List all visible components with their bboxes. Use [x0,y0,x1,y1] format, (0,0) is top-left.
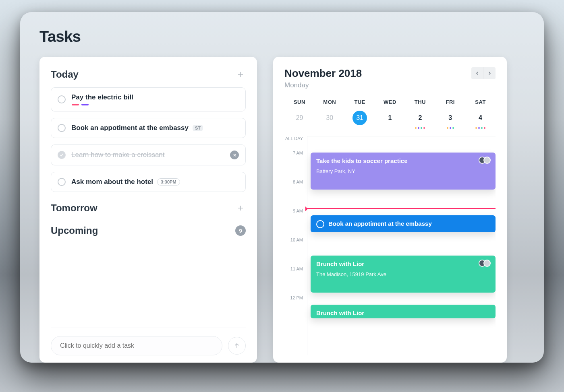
event-attendees [481,260,491,267]
task-title: Learn how to make a croissant [71,151,165,159]
task-row[interactable]: Book an appotiment at the embassyST [51,118,246,138]
event-title: Brunch with Lior [316,309,490,316]
plus-icon [237,204,244,212]
hour-label: 12 PM [284,295,307,324]
tag-dot [72,104,79,105]
avatar [483,157,491,164]
indicator-dot [415,127,417,129]
calendar-panel: November 2018 Monday SUNMONTUEWEDTHUFRIS… [273,57,507,363]
calendar-prev-button[interactable] [471,67,483,79]
hour-label: ALL DAY [284,136,307,151]
weekday-label: MON [315,99,345,105]
task-title: Ask mom about the hotel [71,178,153,186]
schedule: ALL DAY7 AM8 AM9 AM10 AM11 AM12 PM Take … [284,136,496,355]
date-cell[interactable]: 3 [435,111,465,129]
quick-add-input[interactable] [51,336,222,355]
task-title: Pay the electric bill [71,93,133,101]
date-number: 3 [443,111,458,125]
task-checkbox[interactable] [58,178,66,186]
hour-label: 9 AM [284,208,307,237]
date-number: 1 [383,111,397,125]
weekday-row: SUNMONTUEWEDTHUFRISAT [284,99,496,105]
task-title: Book an appotiment at the embassy [71,124,189,132]
quick-add-submit-button[interactable] [228,337,246,355]
weekday-label: THU [405,99,435,105]
date-number: 2 [413,111,427,125]
dates-row: 2930311234 [284,111,496,129]
indicator-dot [481,127,483,129]
indicator-dot [421,127,422,129]
task-checkbox[interactable] [58,95,66,103]
section-header-upcoming: Upcoming 9 [51,225,246,236]
weekday-label: SAT [465,99,496,105]
close-icon [232,153,237,157]
calendar-header: November 2018 Monday [284,67,496,89]
section-header-today: Today [51,69,246,80]
indicator-dot [450,127,451,129]
calendar-subtitle: Monday [284,81,362,89]
indicator-dot [478,127,480,129]
weekday-label: FRI [435,99,465,105]
date-cell[interactable]: 31 [345,111,375,129]
today-task-list: Pay the electric billBook an appotiment … [51,87,246,198]
event-title: Take the kids to soccer practice [316,157,490,164]
indicator-dot [452,127,454,129]
quick-add-row [51,328,246,355]
task-badge: ST [193,125,203,131]
current-time-indicator [307,208,496,209]
indicator-dot [423,127,425,129]
add-task-today-button[interactable] [235,69,246,80]
date-indicator-dots [475,127,485,129]
task-time-chip: 3:30PM [157,178,180,186]
date-cell[interactable]: 30 [315,111,345,129]
date-number: 30 [322,111,337,125]
event-attendees [481,157,491,164]
delete-task-button[interactable] [230,151,239,159]
tag-dot [81,104,89,105]
date-cell[interactable]: 29 [284,111,315,129]
date-indicator-dots [415,127,425,129]
event-location: The Madison, 15919 Park Ave [316,271,490,277]
app-title: Tasks [39,28,525,45]
task-row[interactable]: Learn how to make a croissant [51,144,246,165]
task-tags [71,104,239,105]
indicator-dot [447,127,448,129]
calendar-event[interactable]: Brunch with LiorThe Madison, 15919 Park … [311,256,496,293]
calendar-event[interactable]: Take the kids to soccer practiceBattery … [311,153,496,190]
chevron-left-icon [475,71,480,76]
add-task-tomorrow-button[interactable] [235,203,246,213]
calendar-next-button[interactable] [483,67,496,79]
check-icon [59,153,64,157]
upcoming-count-badge: 9 [235,225,246,236]
task-checkbox[interactable] [58,151,66,159]
calendar-event[interactable]: Book an appotiment at the embassy [311,215,496,232]
section-header-tomorrow: Tomorrow [51,202,246,214]
date-cell[interactable]: 4 [465,111,496,129]
calendar-title: November 2018 [284,67,362,80]
avatar [483,260,491,267]
indicator-dot [475,127,477,129]
task-row[interactable]: Pay the electric bill [51,87,246,111]
task-checkbox[interactable] [58,124,66,132]
indicator-dot [418,127,419,129]
plus-icon [237,71,244,78]
calendar-event[interactable]: Brunch with Lior [311,305,496,318]
hour-label: 7 AM [284,151,307,179]
task-row[interactable]: Ask mom about the hotel3:30PM [51,172,246,192]
weekday-label: TUE [345,99,375,105]
date-cell[interactable]: 1 [375,111,405,129]
section-title-upcoming: Upcoming [51,225,98,236]
section-title-today: Today [51,69,79,80]
indicator-dot [484,127,485,129]
columns: Today Pay the electric billBook an appot… [39,57,525,363]
date-cell[interactable]: 2 [405,111,435,129]
event-checkbox-ring[interactable] [316,220,324,228]
event-title: Brunch with Lior [316,260,490,267]
chevron-right-icon [487,71,492,76]
hour-label: 10 AM [284,237,307,266]
hours-column: ALL DAY7 AM8 AM9 AM10 AM11 AM12 PM [284,136,307,355]
calendar-nav [471,67,496,79]
arrow-up-icon [233,342,241,349]
date-number: 29 [292,111,307,125]
event-title: Book an appotiment at the embassy [328,220,432,227]
